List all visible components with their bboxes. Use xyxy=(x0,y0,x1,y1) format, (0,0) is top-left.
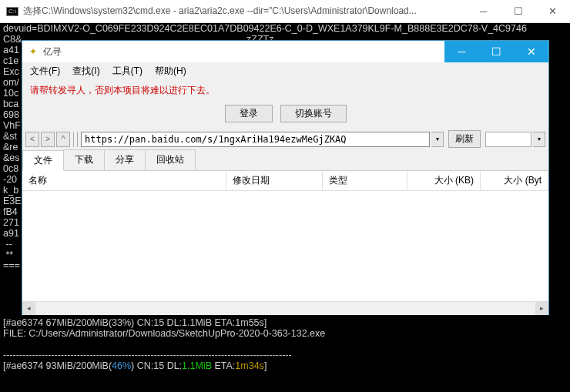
scroll-track[interactable] xyxy=(35,302,535,315)
nav-forward-button[interactable]: > xyxy=(41,132,55,147)
status-line-1: [#ae6374 67MiB/200MiB(33%) CN:15 DL:1.1M… xyxy=(3,317,267,328)
auth-buttons: 登录 切换账号 xyxy=(22,102,548,129)
divider-icon xyxy=(73,132,78,147)
close-button[interactable]: ✕ xyxy=(535,0,570,23)
popup-titlebar: ✦ 亿寻 ─ ☐ ✕ xyxy=(22,41,548,62)
col-type[interactable]: 类型 xyxy=(323,171,407,190)
tab-files[interactable]: 文件 xyxy=(22,150,64,171)
scroll-left-button[interactable]: ◂ xyxy=(22,302,35,315)
bg-line: devuid=BDIMXV2-O_C069FE233D924C2E8EC01A7… xyxy=(3,23,527,34)
status-line-progress: [#ae6374 93MiB/200MiB(46%) CN:15 DL:1.1M… xyxy=(3,360,267,371)
spacer-dropdown-button[interactable]: ▾ xyxy=(533,132,545,147)
popup-window-controls: ─ ☐ ✕ xyxy=(444,41,548,62)
tab-downloads[interactable]: 下载 xyxy=(63,149,105,170)
cmd-title: 选择C:\Windows\system32\cmd.exe - aria2\ar… xyxy=(23,5,466,18)
menu-help[interactable]: 帮助(H) xyxy=(150,63,191,79)
maximize-button[interactable]: ☐ xyxy=(501,0,535,23)
menu-find[interactable]: 查找(I) xyxy=(68,63,104,79)
nav-back-button[interactable]: < xyxy=(25,132,39,147)
file-table: 名称 修改日期 类型 大小 (KB) 大小 (Byt ◂ ▸ xyxy=(22,171,548,314)
dash-line: ----------------------------------------… xyxy=(3,350,292,360)
tab-recycle[interactable]: 回收站 xyxy=(145,149,196,170)
table-body xyxy=(22,191,548,301)
cmd-window-controls: ─ ☐ ✕ xyxy=(466,0,570,23)
table-header: 名称 修改日期 类型 大小 (KB) 大小 (Byt xyxy=(22,171,548,191)
col-size-byt[interactable]: 大小 (Byt xyxy=(481,171,548,190)
popup-content: 请帮转发寻人，否则本项目将难以进行下去。 登录 切换账号 < > ^ ▾ 刷新 … xyxy=(22,79,548,314)
scroll-right-button[interactable]: ▸ xyxy=(535,302,548,315)
status-file-line: FILE: C:/Users/Administrator/Downloads/S… xyxy=(3,328,325,339)
menu-tools[interactable]: 工具(T) xyxy=(108,63,147,79)
warning-text: 请帮转发寻人，否则本项目将难以进行下去。 xyxy=(22,79,548,102)
col-size-kb[interactable]: 大小 (KB) xyxy=(407,171,481,190)
menu-bar: 文件(F) 查找(I) 工具(T) 帮助(H) xyxy=(22,62,548,79)
refresh-button[interactable]: 刷新 xyxy=(448,130,481,148)
nav-row: < > ^ ▾ 刷新 ▾ xyxy=(22,129,548,149)
cmd-titlebar: C:\ 选择C:\Windows\system32\cmd.exe - aria… xyxy=(0,0,570,23)
yixun-window: ✦ 亿寻 ─ ☐ ✕ 文件(F) 查找(I) 工具(T) 帮助(H) 请帮转发寻… xyxy=(22,40,549,315)
minimize-button[interactable]: ─ xyxy=(466,0,501,23)
url-dropdown-button[interactable]: ▾ xyxy=(431,132,444,147)
tabs: 文件 下载 分享 回收站 xyxy=(22,149,548,171)
minimize-button[interactable]: ─ xyxy=(444,41,479,62)
menu-file[interactable]: 文件(F) xyxy=(25,63,65,79)
login-button[interactable]: 登录 xyxy=(225,105,273,122)
cmd-icon: C:\ xyxy=(6,7,18,16)
horizontal-scrollbar[interactable]: ◂ ▸ xyxy=(22,301,548,314)
close-button[interactable]: ✕ xyxy=(514,41,548,62)
spacer-input[interactable] xyxy=(485,132,531,147)
col-name[interactable]: 名称 xyxy=(22,171,226,190)
switch-account-button[interactable]: 切换账号 xyxy=(280,105,347,122)
nav-up-button[interactable]: ^ xyxy=(56,132,70,147)
tab-share[interactable]: 分享 xyxy=(104,149,146,170)
col-modified[interactable]: 修改日期 xyxy=(226,171,323,190)
url-input[interactable] xyxy=(81,132,430,147)
app-icon: ✦ xyxy=(27,45,39,58)
maximize-button[interactable]: ☐ xyxy=(479,41,514,62)
popup-title: 亿寻 xyxy=(43,45,444,59)
